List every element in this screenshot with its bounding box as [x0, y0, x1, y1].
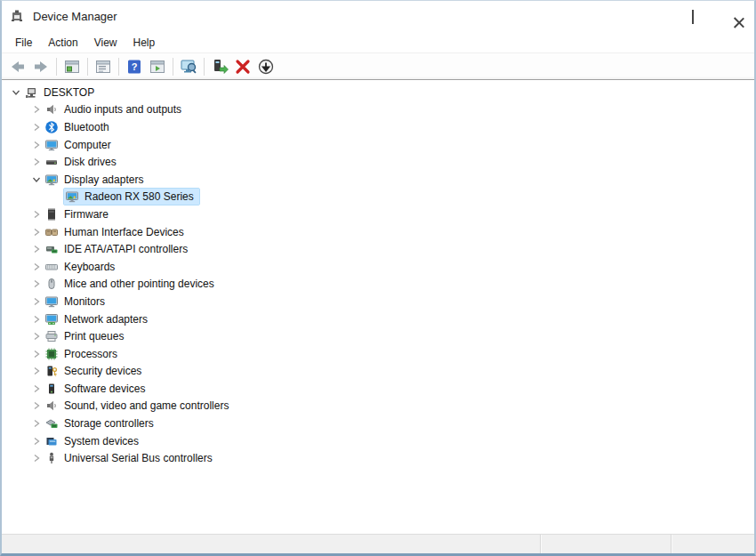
row-body[interactable]: Software devices	[44, 381, 150, 397]
menu-help[interactable]: Help	[125, 34, 164, 52]
tree-item-audio-inputs-and-outputs[interactable]: Audio inputs and outputs	[2, 101, 754, 119]
chevron-right-icon[interactable]	[29, 260, 44, 274]
row-body[interactable]: Computer	[44, 137, 117, 153]
chevron-right-icon[interactable]	[29, 434, 44, 448]
toolbar-separator	[204, 58, 205, 76]
chevron-right-icon[interactable]	[29, 329, 44, 343]
chevron-right-icon[interactable]	[29, 225, 44, 239]
properties-button[interactable]	[92, 56, 115, 77]
tree-item-bluetooth[interactable]: Bluetooth	[2, 118, 754, 136]
tree-item-software-devices[interactable]: Software devices	[2, 380, 754, 398]
chevron-down-icon[interactable]	[29, 173, 44, 187]
tree-item-display-adapters[interactable]: Display adapters	[2, 171, 754, 189]
tree-item-human-interface-devices[interactable]: Human Interface Devices	[2, 223, 754, 241]
chevron-right-icon[interactable]	[29, 138, 44, 152]
chevron-right-icon[interactable]	[29, 364, 44, 378]
show-console-tree-button[interactable]	[60, 56, 84, 77]
minimize-button[interactable]	[631, 1, 672, 32]
speaker-icon	[44, 102, 59, 117]
tree-item-mice-and-other-pointing-devices[interactable]: Mice and other pointing devices	[2, 276, 754, 294]
toolbar-separator	[87, 58, 88, 76]
tree-item-storage-controllers[interactable]: Storage controllers	[2, 415, 754, 432]
row-body[interactable]: System devices	[44, 433, 144, 449]
row-body[interactable]: Mice and other pointing devices	[44, 276, 220, 292]
back-button[interactable]	[6, 56, 29, 77]
mouse-icon	[44, 277, 59, 291]
disable-device-button[interactable]	[254, 56, 277, 77]
chevron-right-icon[interactable]	[29, 242, 44, 256]
uninstall-device-button[interactable]	[231, 56, 254, 77]
chevron-right-icon[interactable]	[29, 155, 44, 169]
row-body[interactable]: Human Interface Devices	[44, 224, 189, 240]
row-body[interactable]: Disk drives	[44, 154, 122, 170]
menu-file[interactable]: File	[7, 34, 40, 52]
menu-action[interactable]: Action	[40, 34, 85, 52]
help-button[interactable]: ?	[123, 56, 146, 77]
row-body[interactable]: Security devices	[44, 363, 147, 379]
hid-icon	[44, 225, 59, 239]
row-body[interactable]: Universal Serial Bus controllers	[44, 450, 218, 466]
row-body[interactable]: Audio inputs and outputs	[44, 101, 187, 117]
storage-controller-icon	[44, 416, 59, 431]
menu-view[interactable]: View	[86, 34, 125, 52]
tree-item-firmware[interactable]: Firmware	[2, 205, 754, 223]
chevron-right-icon[interactable]	[29, 294, 44, 309]
selected-row-body[interactable]: Radeon RX 580 Series	[64, 189, 199, 205]
tree-item-monitors[interactable]: Monitors	[2, 293, 754, 310]
close-button[interactable]	[713, 1, 754, 32]
row-body[interactable]: Storage controllers	[44, 415, 159, 431]
firmware-chip-icon	[44, 207, 59, 222]
chevron-right-icon[interactable]	[29, 277, 44, 291]
scan-hardware-icon	[180, 58, 197, 76]
tree-item-desktop[interactable]: DESKTOP	[2, 84, 754, 101]
row-body[interactable]: Bluetooth	[44, 119, 115, 135]
chevron-right-icon[interactable]	[29, 207, 44, 222]
tree-item-sound-video-and-game-controllers[interactable]: Sound, video and game controllers	[2, 398, 754, 415]
maximize-button[interactable]	[672, 1, 713, 32]
speaker-icon	[44, 399, 59, 413]
chevron-right-icon[interactable]	[29, 102, 44, 117]
row-body[interactable]: DESKTOP	[23, 85, 100, 101]
monitor-icon	[44, 294, 59, 309]
show-action-pane-button[interactable]	[146, 56, 169, 77]
tree-item-radeon-rx-580-series[interactable]: Radeon RX 580 Series	[2, 189, 754, 206]
chevron-right-icon[interactable]	[29, 312, 44, 326]
scan-hardware-changes-button[interactable]	[177, 56, 200, 77]
tree-item-ide-ata-atapi-controllers[interactable]: IDE ATA/ATAPI controllers	[2, 240, 754, 258]
chevron-right-icon[interactable]	[29, 347, 44, 361]
chevron-down-icon[interactable]	[9, 85, 23, 100]
tree-item-processors[interactable]: Processors	[2, 345, 754, 363]
row-body[interactable]: Monitors	[44, 294, 110, 310]
update-driver-button[interactable]	[208, 56, 231, 77]
row-body[interactable]: Print queues	[44, 328, 129, 344]
tree-item-system-devices[interactable]: System devices	[2, 432, 754, 450]
chevron-right-icon[interactable]	[29, 382, 44, 396]
tree-item-label: Audio inputs and outputs	[64, 103, 184, 116]
tree-item-label: Display adapters	[64, 173, 146, 186]
tree-item-label: Sound, video and game controllers	[64, 399, 231, 412]
row-body[interactable]: Sound, video and game controllers	[44, 398, 234, 414]
row-body[interactable]: Keyboards	[44, 259, 120, 275]
tree-item-universal-serial-bus-controllers[interactable]: Universal Serial Bus controllers	[2, 449, 754, 467]
tree-item-print-queues[interactable]: Print queues	[2, 327, 754, 345]
status-segment-3	[671, 535, 754, 553]
chevron-right-icon[interactable]	[29, 451, 44, 465]
disk-drive-icon	[44, 155, 59, 169]
tree-item-keyboards[interactable]: Keyboards	[2, 258, 754, 276]
row-body[interactable]: IDE ATA/ATAPI controllers	[44, 241, 193, 257]
tree-item-label: Mice and other pointing devices	[64, 278, 217, 290]
action-pane-icon	[149, 59, 165, 75]
row-body[interactable]: Processors	[44, 346, 123, 362]
forward-button[interactable]	[29, 56, 52, 77]
row-body[interactable]: Display adapters	[44, 172, 149, 188]
row-body[interactable]: Firmware	[44, 206, 114, 222]
tree-item-disk-drives[interactable]: Disk drives	[2, 153, 754, 171]
tree-item-security-devices[interactable]: Security devices	[2, 363, 754, 381]
row-body[interactable]: Network adapters	[44, 311, 153, 327]
tree-item-computer[interactable]: Computer	[2, 136, 754, 154]
tree-item-network-adapters[interactable]: Network adapters	[2, 310, 754, 328]
chevron-right-icon[interactable]	[29, 120, 44, 134]
maximize-icon	[692, 11, 694, 23]
chevron-right-icon[interactable]	[29, 399, 44, 413]
chevron-right-icon[interactable]	[29, 416, 44, 431]
